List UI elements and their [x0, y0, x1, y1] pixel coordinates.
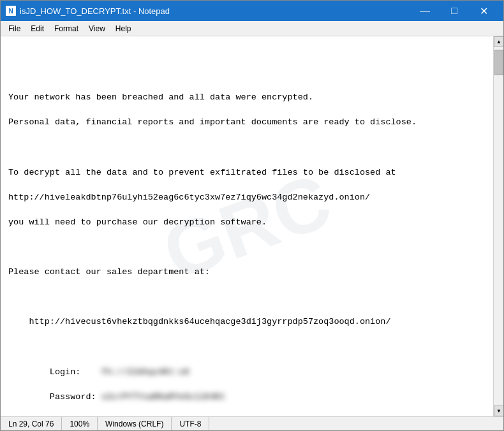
cursor-position: Ln 29, Col 76: [6, 417, 62, 430]
scroll-up-button[interactable]: ▲: [494, 36, 503, 47]
status-bar: Ln 29, Col 76 100% Windows (CRLF) UTF-8: [1, 416, 503, 430]
menu-file[interactable]: File: [3, 23, 26, 34]
line-4: http://hiveleakdbtnp76ulyhi52eag6c6tyc3x…: [8, 193, 370, 202]
line-ending: Windows (CRLF): [98, 417, 172, 430]
window-title: isJD_HOW_TO_DECRYPT.txt - Notepad: [20, 6, 170, 16]
line-8: Login: fh://22dhqs4Kt:s8: [8, 367, 189, 377]
notepad-window: N isJD_HOW_TO_DECRYPT.txt - Notepad — □ …: [0, 0, 504, 431]
menu-help[interactable]: Help: [110, 23, 137, 34]
menu-edit[interactable]: Edit: [26, 23, 49, 34]
content-area: GRC Your network has been breached and a…: [1, 36, 503, 416]
line-9: Password: s2crPYTYsaRKaRYeSc1lK4Kt: [8, 392, 225, 402]
line-2: Personal data, financial reports and imp…: [8, 117, 417, 127]
vertical-scrollbar[interactable]: ▲ ▼: [493, 36, 503, 416]
notepad-icon: N: [6, 6, 16, 16]
encoding: UTF-8: [172, 417, 209, 430]
title-bar-left: N isJD_HOW_TO_DECRYPT.txt - Notepad: [6, 6, 170, 16]
maximize-button[interactable]: □: [440, 1, 469, 21]
menu-format[interactable]: Format: [49, 23, 84, 34]
login-value: fh://22dhqs4Kt:s8: [101, 367, 189, 377]
scroll-down-button[interactable]: ▼: [494, 405, 503, 416]
line-7: http://hivecust6vhekztbqgdnkks64ucehqacg…: [8, 317, 391, 326]
text-body: Your network has been breached and all d…: [8, 79, 485, 416]
title-bar: N isJD_HOW_TO_DECRYPT.txt - Notepad — □ …: [1, 1, 503, 21]
scroll-thumb[interactable]: [494, 50, 503, 75]
menu-view[interactable]: View: [84, 23, 110, 34]
line-3: To decrypt all the data and to prevent e…: [8, 168, 396, 177]
zoom-level: 100%: [62, 417, 98, 430]
minimize-button[interactable]: —: [410, 1, 440, 21]
line-6: Please contact our sales department at:: [8, 267, 210, 277]
close-button[interactable]: ✕: [469, 1, 498, 21]
line-5: you will need to purchase our decryption…: [8, 217, 267, 227]
password-value: s2crPYTYsaRKaRYeSc1lK4Kt: [101, 392, 225, 402]
text-editor[interactable]: GRC Your network has been breached and a…: [1, 36, 493, 416]
window-controls: — □ ✕: [410, 1, 498, 21]
scroll-track[interactable]: [494, 47, 503, 405]
menu-bar: File Edit Format View Help: [1, 21, 503, 36]
line-1: Your network has been breached and all d…: [8, 92, 313, 102]
